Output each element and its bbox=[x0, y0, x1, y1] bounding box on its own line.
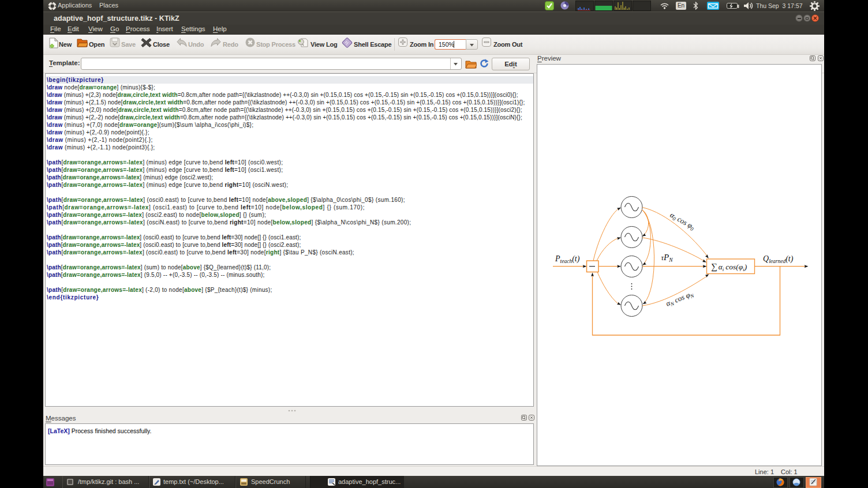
svg-text:Qlearned(t): Qlearned(t) bbox=[763, 254, 794, 264]
svg-text:τPN: τPN bbox=[661, 253, 674, 263]
svg-text:∑αicos(φi): ∑αicos(φi) bbox=[711, 262, 747, 272]
svg-text:αN cos φN: αN cos φN bbox=[665, 289, 695, 309]
svg-text:α0 cos φ0: α0 cos φ0 bbox=[668, 211, 697, 232]
svg-text:Pteach(t): Pteach(t) bbox=[555, 254, 580, 264]
